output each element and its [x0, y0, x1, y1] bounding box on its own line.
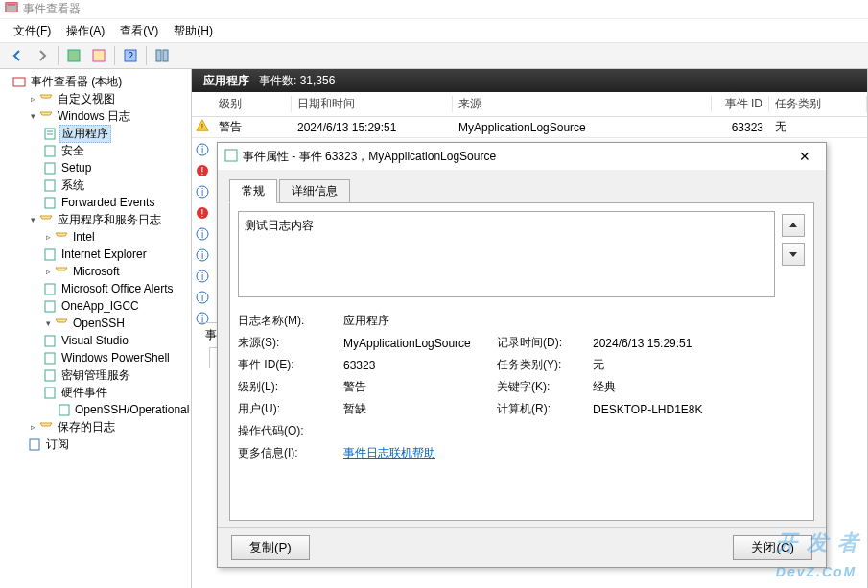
svg-text:i: i [201, 271, 203, 282]
tree-subscriptions[interactable]: 订阅 [0, 435, 191, 453]
next-event-button[interactable] [782, 243, 805, 266]
event-grid[interactable]: 级别 日期和时间 来源 事件 ID 任务类别 ! 警告 2024/6/13 15… [192, 92, 867, 138]
svg-text:!: ! [201, 166, 204, 176]
svg-rect-8 [13, 78, 25, 86]
svg-text:!: ! [201, 208, 204, 219]
log-title: 应用程序 [203, 73, 249, 89]
tree-openssh[interactable]: ▾OpenSSH [0, 315, 191, 332]
forward-button[interactable] [31, 44, 54, 67]
tree-openssh-operational[interactable]: OpenSSH/Operational [0, 401, 191, 418]
error-icon: ! [196, 206, 209, 223]
back-button[interactable] [6, 44, 29, 67]
app-icon [5, 1, 18, 17]
svg-rect-21 [45, 370, 55, 381]
close-dialog-button[interactable]: 关闭(C) [733, 535, 812, 560]
svg-text:i: i [201, 187, 203, 198]
tree-kms[interactable]: 密钥管理服务 [0, 366, 191, 384]
event-count: 事件数: 31,356 [259, 73, 335, 89]
close-button[interactable]: ✕ [789, 146, 820, 167]
info-icon: i [196, 185, 209, 201]
dialog-title-bar[interactable]: 事件属性 - 事件 63323，MyApplicationLogSource ✕ [218, 143, 826, 170]
error-icon: ! [196, 164, 209, 180]
tree-root[interactable]: 事件查看器 (本地) [0, 73, 191, 90]
tree-application[interactable]: 应用程序 [0, 125, 191, 142]
svg-rect-12 [45, 146, 55, 156]
copy-button[interactable]: 复制(P) [231, 535, 310, 560]
svg-rect-23 [59, 405, 69, 415]
grid-header[interactable]: 级别 日期和时间 来源 事件 ID 任务类别 [192, 92, 867, 117]
dialog-icon [223, 148, 239, 166]
help-button[interactable]: ? [119, 44, 142, 67]
tree-powershell[interactable]: Windows PowerShell [0, 349, 191, 366]
toolbar: ? [0, 42, 868, 69]
tree-windows-logs[interactable]: ▾Windows 日志 [0, 107, 191, 125]
svg-rect-13 [45, 163, 55, 174]
svg-text:i: i [201, 229, 203, 240]
properties-button[interactable] [87, 44, 110, 67]
svg-rect-14 [45, 180, 55, 191]
tree-office-alerts[interactable]: Microsoft Office Alerts [0, 280, 191, 297]
info-icon: i [196, 143, 209, 159]
row-icons-partial: i ! i ! i i i i i [192, 140, 213, 330]
svg-rect-22 [45, 388, 55, 398]
tree-security[interactable]: 安全 [0, 142, 191, 159]
window-title: 事件查看器 [23, 1, 81, 17]
svg-rect-17 [45, 284, 55, 294]
menu-view[interactable]: 查看(V) [114, 21, 164, 41]
tree-hardware[interactable]: 硬件事件 [0, 384, 191, 401]
col-level[interactable]: 级别 [213, 96, 292, 112]
col-eventid[interactable]: 事件 ID [712, 96, 769, 112]
tree-microsoft[interactable]: ▹Microsoft [0, 263, 191, 280]
info-icon: i [196, 227, 209, 244]
tree-system[interactable]: 系统 [0, 176, 191, 194]
menu-action[interactable]: 操作(A) [60, 21, 110, 41]
show-tree-button[interactable] [62, 44, 85, 67]
col-source[interactable]: 来源 [453, 96, 712, 112]
online-help-link[interactable]: 事件日志联机帮助 [343, 445, 497, 461]
col-datetime[interactable]: 日期和时间 [292, 96, 453, 112]
tree-setup[interactable]: Setup [0, 159, 191, 176]
info-icon: i [196, 270, 209, 286]
menu-help[interactable]: 帮助(H) [168, 21, 219, 41]
menu-bar: 文件(F) 操作(A) 查看(V) 帮助(H) [0, 19, 868, 42]
dialog-title: 事件属性 - 事件 63323，MyApplicationLogSource [239, 149, 789, 165]
tree-visual-studio[interactable]: Visual Studio [0, 332, 191, 349]
svg-rect-0 [6, 3, 17, 12]
tab-details[interactable]: 详细信息 [279, 179, 350, 203]
svg-rect-3 [93, 50, 105, 61]
svg-rect-19 [45, 336, 55, 346]
info-icon: i [196, 248, 209, 265]
svg-rect-18 [45, 301, 55, 312]
svg-text:i: i [201, 293, 203, 303]
svg-rect-20 [45, 353, 55, 364]
svg-rect-24 [30, 439, 39, 450]
tree-app-service-logs[interactable]: ▾应用程序和服务日志 [0, 211, 191, 228]
svg-text:i: i [201, 145, 203, 155]
layout-button[interactable] [151, 44, 174, 67]
tree-ie[interactable]: Internet Explorer [0, 246, 191, 263]
svg-rect-44 [225, 150, 237, 161]
tree-panel[interactable]: 事件查看器 (本地) ▹自定义视图 ▾Windows 日志 应用程序 安全 Se… [0, 69, 192, 588]
content-header: 应用程序 事件数: 31,356 [192, 69, 867, 92]
tree-saved-logs[interactable]: ▹保存的日志 [0, 418, 191, 435]
tree-custom-views[interactable]: ▹自定义视图 [0, 90, 191, 107]
tab-general[interactable]: 常规 [229, 179, 277, 203]
svg-rect-15 [45, 198, 55, 208]
event-properties-dialog: 事件属性 - 事件 63323，MyApplicationLogSource ✕… [217, 142, 827, 568]
tree-intel[interactable]: ▹Intel [0, 228, 191, 246]
col-task[interactable]: 任务类别 [769, 96, 867, 112]
menu-file[interactable]: 文件(F) [8, 21, 57, 41]
svg-text:i: i [201, 250, 203, 261]
tree-forwarded[interactable]: Forwarded Events [0, 194, 191, 211]
svg-rect-16 [45, 249, 55, 260]
grid-row[interactable]: ! 警告 2024/6/13 15:29:51 MyApplicationLog… [192, 117, 867, 138]
event-message[interactable]: 测试日志内容 [238, 211, 775, 297]
svg-rect-7 [163, 50, 168, 61]
svg-text:?: ? [128, 51, 133, 61]
svg-text:!: ! [201, 122, 203, 131]
warning-icon: ! [196, 119, 209, 135]
info-icon: i [196, 291, 209, 307]
tree-oneapp[interactable]: OneApp_IGCC [0, 297, 191, 315]
prev-event-button[interactable] [782, 214, 805, 237]
event-details: 日志名称(M):应用程序 来源(S):MyApplicationLogSourc… [238, 313, 775, 461]
